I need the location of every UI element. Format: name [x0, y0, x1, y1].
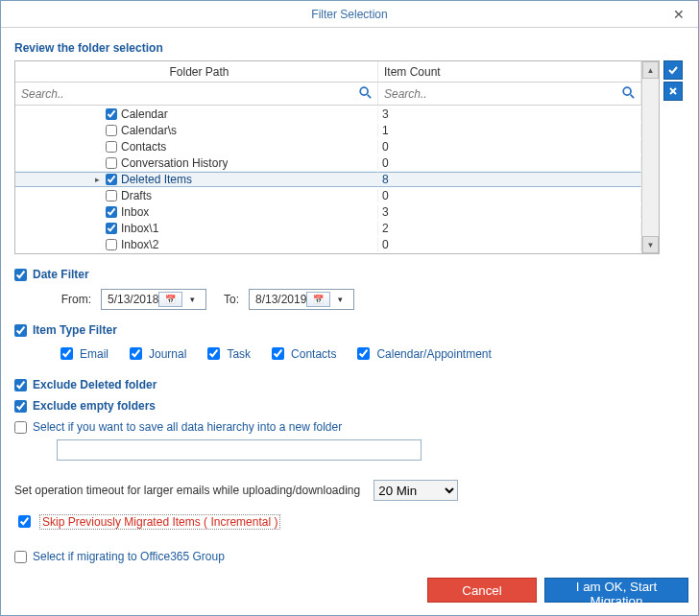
item-count-cell: 3: [378, 107, 641, 121]
date-filter-section: Date Filter: [14, 268, 685, 281]
save-hierarchy-checkbox[interactable]: [14, 421, 27, 434]
folder-name: Conversation History: [121, 156, 228, 170]
skip-previous-row: Skip Previously Migrated Items ( Increme…: [14, 512, 685, 531]
item-type-calendar-appointment[interactable]: Calendar/Appointment: [353, 344, 491, 363]
row-checkbox[interactable]: [106, 206, 117, 218]
cancel-button[interactable]: Cancel: [427, 578, 537, 603]
folder-name: Inbox: [121, 205, 149, 219]
table-row[interactable]: Inbox\20: [15, 236, 641, 252]
folder-name: Contacts: [121, 140, 166, 154]
table-row[interactable]: Inbox\30: [15, 252, 641, 253]
table-row[interactable]: Drafts0: [15, 187, 641, 203]
grid-header: Folder Path Item Count: [15, 61, 641, 83]
save-hierarchy-label[interactable]: Select if you want to save all data hier…: [33, 420, 342, 434]
item-count-cell: 8: [378, 172, 641, 187]
item-type-section: Item Type Filter: [14, 323, 685, 337]
table-row[interactable]: Inbox\12: [15, 220, 641, 236]
review-label: Review the folder selection: [14, 37, 685, 60]
item-type-task[interactable]: Task: [204, 344, 251, 363]
table-row[interactable]: Calendar\s1: [15, 122, 641, 138]
vertical-scrollbar[interactable]: ▲ ▼: [641, 61, 659, 253]
exclude-empty-checkbox[interactable]: [14, 400, 27, 413]
from-date-input[interactable]: 5/13/2018 📅 ▾: [101, 289, 206, 310]
from-label: From:: [57, 293, 91, 306]
item-type-text: Calendar/Appointment: [376, 347, 491, 361]
exclude-deleted-label[interactable]: Exclude Deleted folder: [33, 378, 157, 391]
folder-name: Inbox\1: [121, 222, 158, 235]
search-icon[interactable]: [358, 85, 372, 102]
timeout-label: Set operation timeout for larger emails …: [14, 484, 360, 497]
row-checkbox[interactable]: [106, 174, 117, 185]
scroll-up-button[interactable]: ▲: [642, 61, 659, 79]
grid-body[interactable]: Calendar3Calendar\s1Contacts0Conversatio…: [15, 106, 641, 253]
expander-icon[interactable]: ▸: [92, 175, 102, 184]
o365-group-label[interactable]: Select if migrating to Office365 Group: [33, 550, 225, 563]
selection-tools: [663, 60, 685, 254]
svg-line-1: [368, 95, 372, 99]
select-all-button[interactable]: [663, 60, 683, 80]
svg-point-2: [623, 87, 631, 95]
deselect-all-button[interactable]: [663, 82, 683, 101]
filter-selection-dialog: Filter Selection ✕ Review the folder sel…: [0, 0, 699, 616]
o365-group-checkbox[interactable]: [14, 551, 27, 563]
table-row[interactable]: Calendar3: [15, 106, 641, 122]
exclude-empty-row: Exclude empty folders: [14, 399, 685, 413]
row-checkbox[interactable]: [106, 125, 117, 136]
o365-group-row: Select if migrating to Office365 Group: [14, 550, 685, 563]
chevron-down-icon[interactable]: ▾: [182, 295, 204, 304]
row-checkbox[interactable]: [106, 239, 117, 250]
calendar-icon[interactable]: 📅: [158, 292, 181, 307]
item-type-email[interactable]: Email: [57, 344, 108, 363]
to-date-input[interactable]: 8/13/2019 📅 ▾: [249, 289, 354, 310]
exclude-empty-label[interactable]: Exclude empty folders: [33, 399, 156, 413]
table-row[interactable]: Inbox3: [15, 203, 641, 220]
start-migration-button[interactable]: I am OK, Start Migration: [544, 578, 688, 603]
calendar-icon[interactable]: 📅: [306, 292, 329, 307]
from-date-value: 5/13/2018: [108, 293, 158, 306]
exclude-deleted-checkbox[interactable]: [14, 379, 27, 391]
item-type-checkbox[interactable]: [272, 347, 284, 360]
skip-previous-checkbox[interactable]: [18, 515, 31, 528]
folder-name: Drafts: [121, 189, 152, 202]
item-type-checkbox[interactable]: [207, 347, 220, 360]
chevron-down-icon[interactable]: ▾: [330, 295, 351, 304]
row-checkbox[interactable]: [106, 190, 117, 201]
item-type-text: Task: [227, 347, 251, 361]
svg-line-3: [631, 95, 635, 99]
folder-grid: Folder Path Item Count: [14, 60, 660, 254]
item-type-contacts[interactable]: Contacts: [268, 344, 336, 363]
new-folder-input[interactable]: [57, 439, 422, 461]
to-date-value: 8/13/2019: [255, 293, 306, 306]
search-icon[interactable]: [621, 85, 635, 102]
item-type-checkbox[interactable]: [60, 347, 73, 360]
item-type-label[interactable]: Item Type Filter: [33, 323, 117, 337]
row-checkbox[interactable]: [106, 141, 117, 153]
col-folder-path[interactable]: Folder Path: [15, 61, 378, 82]
search-folder-input[interactable]: [19, 86, 374, 102]
item-type-checkbox[interactable]: [357, 347, 370, 360]
item-types-row: EmailJournalTaskContactsCalendar/Appoint…: [57, 344, 685, 363]
col-item-count[interactable]: Item Count: [378, 61, 641, 82]
row-checkbox[interactable]: [106, 108, 117, 120]
date-filter-checkbox[interactable]: [14, 269, 27, 281]
row-checkbox[interactable]: [106, 223, 117, 234]
item-type-text: Email: [80, 347, 108, 361]
timeout-select[interactable]: 20 Min: [374, 480, 458, 501]
scroll-down-button[interactable]: ▼: [642, 236, 659, 253]
close-button[interactable]: ✕: [665, 5, 692, 24]
skip-previous-label[interactable]: Skip Previously Migrated Items ( Increme…: [39, 514, 280, 530]
date-filter-label[interactable]: Date Filter: [33, 268, 89, 281]
table-row[interactable]: Conversation History0: [15, 154, 641, 171]
item-type-checkbox[interactable]: [130, 347, 142, 360]
item-count-cell: 0: [378, 156, 641, 170]
folder-name: Calendar: [121, 107, 168, 121]
folder-name: Calendar\s: [121, 124, 177, 137]
table-row[interactable]: ▸Deleted Items8: [15, 171, 641, 187]
row-checkbox[interactable]: [106, 157, 117, 169]
item-type-checkbox[interactable]: [14, 324, 27, 337]
item-type-text: Contacts: [291, 347, 336, 361]
search-count-input[interactable]: [382, 86, 637, 102]
item-type-journal[interactable]: Journal: [126, 344, 186, 363]
table-row[interactable]: Contacts0: [15, 138, 641, 154]
svg-point-0: [360, 87, 368, 95]
